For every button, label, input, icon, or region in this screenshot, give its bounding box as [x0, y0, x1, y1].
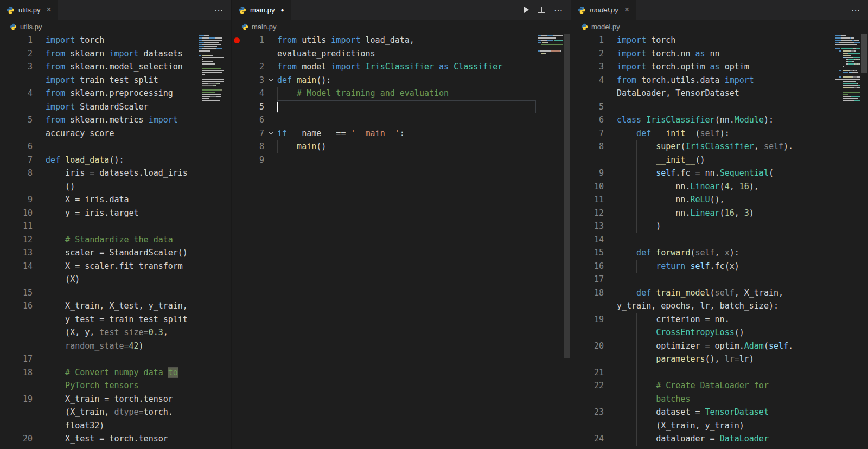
fold-chevron-icon[interactable]	[264, 127, 277, 140]
line-number[interactable]: 4	[242, 87, 264, 100]
line-number[interactable]: 17	[11, 352, 33, 366]
line-number[interactable]: 9	[582, 166, 604, 180]
line-number[interactable]: 11	[582, 193, 604, 207]
line-number[interactable]: 6	[11, 140, 33, 153]
code-line[interactable]: 14 X = scaler.fit_transform	[0, 260, 196, 273]
code-line[interactable]: float32)	[0, 419, 196, 433]
code-line[interactable]: accuracy_score	[0, 127, 196, 140]
more-actions-icon[interactable]: ⋯	[851, 5, 860, 15]
line-number[interactable]: 17	[582, 273, 604, 286]
tab-utils-py[interactable]: utils.py ×	[0, 0, 59, 20]
code-text[interactable]: X_train, X_test, y_train,	[46, 299, 196, 313]
code-line[interactable]: 4from torch.utils.data import	[571, 74, 833, 87]
line-number[interactable]: 4	[582, 74, 604, 87]
code-text[interactable]	[46, 286, 196, 300]
code-line[interactable]: 3from sklearn.model_selection	[0, 60, 196, 74]
code-text[interactable]: return self.fc(x)	[617, 260, 833, 273]
code-line[interactable]: 20 optimizer = optim.Adam(self.	[571, 339, 833, 353]
line-number[interactable]	[11, 74, 33, 87]
code-line[interactable]: 18 def train_model(self, X_train,	[571, 286, 833, 300]
code-text[interactable]: (X_train, y_train)	[617, 419, 833, 433]
line-number[interactable]: 15	[582, 246, 604, 260]
code-text[interactable]: class IrisClassifier(nn.Module):	[617, 113, 833, 127]
line-number[interactable]	[582, 352, 604, 366]
code-text[interactable]: # Standardize the data	[46, 233, 196, 247]
code-text[interactable]: optimizer = optim.Adam(self.	[617, 339, 833, 353]
code-text[interactable]: ()	[46, 180, 196, 194]
code-line[interactable]: 5from sklearn.metrics import	[0, 113, 196, 127]
code-line[interactable]: 16 X_train, X_test, y_train,	[0, 299, 196, 313]
line-number[interactable]: 10	[582, 180, 604, 194]
code-text[interactable]: def forward(self, x):	[617, 246, 833, 260]
line-number[interactable]: 1	[582, 34, 604, 47]
code-line[interactable]: DataLoader, TensorDataset	[571, 87, 833, 100]
code-line[interactable]: (X)	[0, 273, 196, 286]
code-text[interactable]: import torch	[46, 34, 196, 47]
code-line[interactable]: 19 criterion = nn.	[571, 313, 833, 326]
code-text[interactable]: import torch.optim as optim	[617, 60, 833, 74]
code-line[interactable]: 23 dataset = TensorDataset	[571, 406, 833, 419]
line-number[interactable]: 13	[582, 220, 604, 233]
line-number[interactable]	[11, 379, 33, 393]
line-number[interactable]	[582, 87, 604, 100]
code-text[interactable]: nn.Linear(4, 16),	[617, 180, 833, 194]
code-text[interactable]: dataloader = DataLoader	[617, 432, 833, 446]
code-line[interactable]: 2import torch.nn as nn	[571, 47, 833, 61]
code-line[interactable]: __init__()	[571, 153, 833, 167]
line-number[interactable]: 1	[11, 34, 33, 47]
line-number[interactable]: 2	[11, 47, 33, 61]
line-number[interactable]: 8	[242, 140, 264, 153]
minimap[interactable]	[835, 35, 860, 102]
code-line[interactable]: 1import torch	[571, 34, 833, 47]
close-icon[interactable]: ×	[46, 5, 51, 14]
code-text[interactable]: import torch.nn as nn	[617, 47, 833, 61]
code-text[interactable]: nn.Linear(16, 3)	[617, 207, 833, 220]
line-number[interactable]	[11, 313, 33, 326]
line-number[interactable]: 1	[242, 34, 264, 47]
code-line[interactable]: 22 # Create DataLoader for	[571, 379, 833, 393]
line-number[interactable]: 16	[11, 299, 33, 313]
code-text[interactable]: parameters(), lr=lr)	[617, 352, 833, 366]
code-line[interactable]: 13 )	[571, 220, 833, 233]
more-actions-icon[interactable]: ⋯	[214, 5, 224, 15]
line-number[interactable]: 19	[582, 313, 604, 326]
code-text[interactable]: y_test = train_test_split	[46, 313, 196, 326]
code-line[interactable]: (X_train, y_train)	[571, 419, 833, 433]
code-line[interactable]: 7def load_data():	[0, 153, 196, 167]
line-number[interactable]: 16	[582, 260, 604, 273]
code-line[interactable]: y_train, epochs, lr, batch_size):	[571, 299, 833, 313]
line-number[interactable]: 23	[582, 406, 604, 419]
line-number[interactable]: 12	[11, 233, 33, 247]
line-number[interactable]: 2	[582, 47, 604, 61]
code-line[interactable]: 13 scaler = StandardScaler()	[0, 246, 196, 260]
code-text[interactable]: # Convert numpy data to	[46, 366, 196, 380]
breadcrumb[interactable]: main.py	[232, 20, 571, 34]
code-line[interactable]: CrossEntropyLoss()	[571, 326, 833, 339]
code-line[interactable]: 6	[232, 113, 536, 127]
line-number[interactable]	[582, 326, 604, 339]
line-number[interactable]	[11, 326, 33, 339]
code-line[interactable]: 11 nn.ReLU(),	[571, 193, 833, 207]
line-number[interactable]: 7	[11, 153, 33, 167]
code-text[interactable]	[617, 100, 833, 114]
line-number[interactable]	[11, 180, 33, 194]
code-line[interactable]: 18 # Convert numpy data to	[0, 366, 196, 380]
line-number[interactable]: 5	[582, 100, 604, 114]
code-line[interactable]: 9 X = iris.data	[0, 193, 196, 207]
more-actions-icon[interactable]: ⋯	[554, 5, 563, 15]
code-text[interactable]: accuracy_score	[46, 127, 196, 140]
close-icon[interactable]: ×	[624, 5, 629, 14]
line-number[interactable]	[11, 100, 33, 114]
line-number[interactable]: 12	[582, 207, 604, 220]
code-line[interactable]: 2from model import IrisClassifier as Cla…	[232, 60, 536, 74]
line-number[interactable]: 2	[242, 60, 264, 74]
code-line[interactable]: 8 iris = datasets.load_iris	[0, 166, 196, 180]
code-text[interactable]: (X, y, test_size=0.3,	[46, 326, 196, 339]
line-number[interactable]	[242, 47, 264, 61]
code-text[interactable]: __init__()	[617, 153, 833, 167]
minimap[interactable]	[199, 35, 224, 102]
code-line[interactable]: 8 main()	[232, 140, 536, 153]
line-number[interactable]	[11, 127, 33, 140]
code-line[interactable]: 20 X_test = torch.tensor	[0, 432, 196, 446]
code-line[interactable]: 17	[0, 352, 196, 366]
